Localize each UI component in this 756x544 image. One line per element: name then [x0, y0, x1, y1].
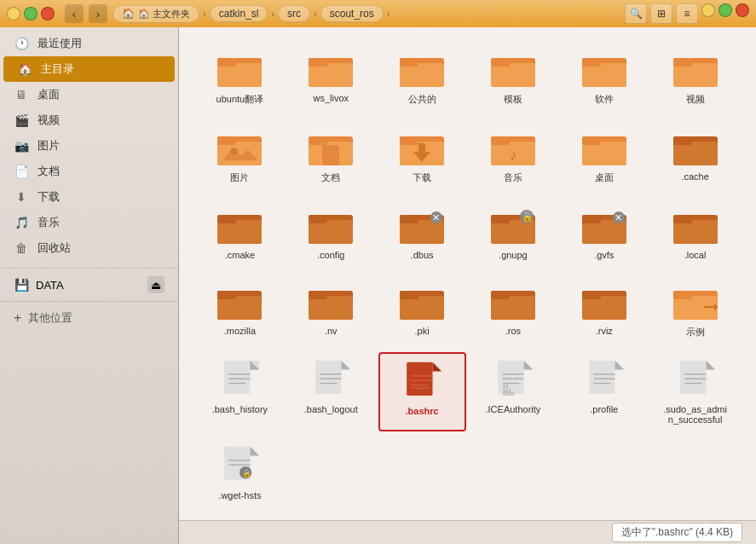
folder-icon	[672, 48, 719, 90]
svg-rect-46	[309, 215, 327, 223]
folder-icon	[672, 126, 719, 169]
list-item[interactable]: ubuntu翻译	[196, 41, 284, 113]
list-item[interactable]: .bash_logout	[287, 352, 375, 431]
list-item[interactable]: .rviz	[560, 274, 648, 345]
sidebar-data-section[interactable]: 💾 DATA ⏏	[0, 272, 178, 298]
view-toggle-button[interactable]: ⊞	[650, 3, 672, 24]
file-grid-scroll[interactable]: ubuntu翻译 ws_livox 公共的	[179, 27, 756, 520]
list-item[interactable]: .cmake	[196, 198, 284, 267]
sidebar-divider	[0, 268, 178, 269]
list-item[interactable]: 10 101 1010 .ICEAuthority	[470, 352, 557, 431]
sidebar-label-downloads: 下载	[38, 189, 60, 205]
list-item[interactable]: 🔒 .wget-hsts	[196, 438, 284, 507]
folder-icon	[307, 281, 355, 323]
file-label: 视频	[686, 93, 705, 106]
win-close[interactable]	[736, 3, 749, 17]
list-item[interactable]: ws_livox	[287, 41, 375, 113]
list-item[interactable]: 文档	[287, 119, 375, 191]
forward-button[interactable]: ›	[89, 4, 107, 23]
back-button[interactable]: ‹	[65, 4, 84, 23]
list-item[interactable]: ♪ 音乐	[470, 119, 557, 191]
sidebar-item-home[interactable]: 🏠 主目录	[3, 56, 175, 82]
folder-icon: 🔒	[489, 205, 537, 247]
svg-rect-33	[491, 136, 510, 145]
list-item-bashrc[interactable]: .bashrc	[378, 352, 466, 431]
status-text: 选中了".bashrc" (4.4 KB)	[612, 523, 742, 542]
file-icon: 10 101 1010	[489, 359, 537, 402]
list-item[interactable]: 模板	[470, 41, 557, 113]
file-icon	[580, 359, 628, 402]
list-item[interactable]: .cache	[651, 119, 739, 191]
list-item[interactable]: 桌面	[560, 119, 648, 191]
svg-rect-54	[491, 215, 510, 223]
svg-rect-40	[673, 136, 692, 145]
folder-icon	[398, 48, 446, 90]
breadcrumb-catkin[interactable]: catkin_sl	[210, 5, 268, 22]
list-item[interactable]: 软件	[560, 41, 648, 113]
eject-button[interactable]: ⏏	[147, 276, 164, 293]
file-label: .cmake	[225, 250, 255, 260]
folder-icon	[307, 205, 355, 247]
breadcrumb-src[interactable]: src	[278, 5, 310, 22]
svg-rect-66	[217, 296, 262, 320]
list-item[interactable]: .bash_history	[196, 352, 284, 431]
breadcrumb-scout[interactable]: scout_ros	[320, 5, 384, 22]
maximize-button[interactable]	[24, 7, 38, 20]
breadcrumb-home[interactable]: 🏠 🏠 主文件夹	[113, 5, 199, 23]
minimize-button[interactable]	[7, 7, 20, 20]
list-item[interactable]: .local	[651, 198, 739, 267]
svg-rect-5	[309, 58, 327, 67]
win-min[interactable]	[701, 3, 715, 17]
sidebar-item-documents[interactable]: 📄 文档	[0, 159, 178, 184]
sidebar-item-trash[interactable]: 🗑 回收站	[0, 235, 178, 261]
list-item[interactable]: .profile	[560, 352, 648, 431]
list-item[interactable]: ✕ .dbus	[378, 198, 466, 267]
list-item[interactable]: .ros	[470, 274, 557, 345]
file-label: .rviz	[596, 326, 613, 336]
folder-icon	[307, 48, 355, 90]
svg-rect-53	[491, 220, 535, 244]
file-icon	[672, 359, 719, 402]
svg-text:♪: ♪	[510, 147, 517, 164]
folder-icon: ✕	[398, 205, 446, 247]
folder-icon	[580, 48, 628, 90]
list-item[interactable]: 下载	[378, 119, 466, 191]
file-label: .sudo_as_admin_successful	[661, 404, 730, 425]
svg-rect-16	[673, 63, 718, 87]
close-button[interactable]	[41, 7, 55, 20]
sidebar-item-pictures[interactable]: 📷 图片	[0, 133, 178, 159]
list-item[interactable]: ✕ .gvfs	[560, 198, 648, 267]
list-item[interactable]: 🔒 .gnupg	[470, 198, 557, 267]
file-label: .wget-hsts	[218, 490, 261, 501]
sidebar-item-music[interactable]: 🎵 音乐	[0, 210, 178, 235]
search-button[interactable]: 🔍	[625, 3, 647, 24]
list-item[interactable]: .pki	[378, 274, 466, 345]
win-max[interactable]	[718, 3, 732, 17]
trash-icon: 🗑	[14, 240, 29, 256]
list-item[interactable]: 图片	[196, 119, 284, 191]
list-item[interactable]: 示例	[651, 274, 739, 345]
list-item[interactable]: .mozilla	[196, 274, 284, 345]
sidebar-item-downloads[interactable]: ⬇ 下载	[0, 184, 178, 210]
list-item[interactable]: .config	[287, 198, 375, 267]
svg-text:✕: ✕	[432, 212, 440, 223]
file-label: .gvfs	[594, 250, 614, 260]
svg-rect-69	[309, 296, 353, 320]
list-item[interactable]: 视频	[651, 41, 739, 113]
list-item[interactable]: .nv	[287, 274, 375, 345]
sidebar-item-desktop[interactable]: 🖥 桌面	[0, 82, 178, 107]
sidebar-label-video: 视频	[38, 113, 60, 128]
list-item[interactable]: .sudo_as_admin_successful	[651, 352, 739, 431]
file-label: 下载	[413, 171, 431, 184]
sidebar-item-video[interactable]: 🎬 视频	[0, 107, 178, 133]
sidebar-label-recent: 最近使用	[38, 36, 82, 51]
svg-rect-78	[582, 296, 626, 320]
file-icon	[216, 359, 263, 402]
sidebar-item-recent[interactable]: 🕐 最近使用	[0, 31, 178, 56]
add-location-button[interactable]: + 其他位置	[0, 305, 178, 331]
folder-icon: ✕	[580, 205, 628, 247]
list-item[interactable]: 公共的	[378, 41, 466, 113]
file-label: .ros	[505, 326, 521, 336]
menu-button[interactable]: ≡	[676, 3, 698, 24]
sidebar-main-section: 🕐 最近使用 🏠 主目录 🖥 桌面 🎬 视频 📷 图片 📄 文档	[0, 27, 178, 264]
